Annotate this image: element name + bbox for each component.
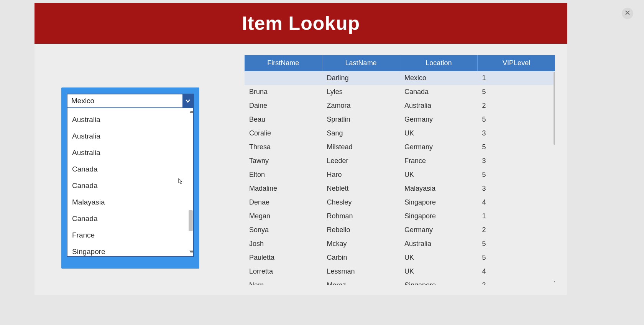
location-dropdown-container: Mexico AustraliaAustraliaAustraliaCanada…: [61, 87, 199, 269]
table-cell: Singapore: [400, 198, 478, 206]
table-cell: 5: [478, 115, 555, 124]
table-cell: Rohman: [322, 212, 400, 220]
table-cell: Coralie: [245, 129, 322, 137]
table-cell: 5: [478, 240, 555, 248]
table-cell: UK: [400, 129, 478, 137]
location-dropdown[interactable]: Mexico: [67, 94, 194, 108]
table-cell: Rebello: [322, 226, 400, 234]
table-cell: 3: [478, 157, 555, 165]
results-table: FirstNameLastNameLocationVIPLevel Darlin…: [245, 55, 555, 285]
table-cell: Sonya: [245, 226, 322, 234]
table-cell: Lyles: [322, 88, 400, 96]
table-cell: Australia: [400, 102, 478, 110]
dropdown-option[interactable]: Canada: [67, 161, 189, 177]
table-cell: Madaline: [245, 185, 322, 193]
table-cell: Chesley: [322, 198, 400, 206]
table-cell: Sang: [322, 129, 400, 137]
table-row[interactable]: ThresaMilsteadGermany5: [245, 140, 555, 154]
dropdown-option[interactable]: Singapore: [67, 243, 189, 257]
dropdown-option[interactable]: Australia: [67, 111, 189, 128]
dropdown-option[interactable]: Australia: [67, 128, 189, 144]
table-cell: Zamora: [322, 102, 400, 110]
table-cell: 3: [478, 129, 555, 137]
table-cell: Haro: [322, 171, 400, 179]
dropdown-option[interactable]: Canada: [67, 177, 189, 194]
table-cell: 2: [478, 226, 555, 234]
table-cell: UK: [400, 267, 478, 276]
dropdown-option[interactable]: Australia: [67, 144, 189, 161]
table-cell: Milstead: [322, 143, 400, 151]
table-cell: Megan: [245, 212, 322, 220]
table-cell: Canada: [400, 88, 478, 96]
table-cell: UK: [400, 171, 478, 179]
dropdown-option[interactable]: France: [67, 227, 189, 243]
table-row[interactable]: DenaeChesleySingapore4: [245, 195, 555, 209]
table-cell: Daine: [245, 102, 322, 110]
table-cell: 3: [478, 185, 555, 193]
table-cell: Spratlin: [322, 115, 400, 124]
table-cell: 5: [478, 88, 555, 96]
dropdown-option[interactable]: Malayasia: [67, 194, 189, 210]
location-dropdown-list[interactable]: AustraliaAustraliaAustraliaCanadaCanadaM…: [67, 108, 194, 257]
table-cell: Mckay: [322, 240, 400, 248]
table-scrollbar[interactable]: [554, 71, 555, 285]
table-cell: 1: [478, 212, 555, 220]
table-cell: Singapore: [400, 212, 478, 220]
table-row[interactable]: LorrettaLessmanUK4: [245, 264, 555, 278]
page-title: Item Lookup: [242, 12, 360, 35]
scrollbar-thumb[interactable]: [554, 72, 555, 145]
table-cell: 1: [478, 74, 555, 82]
table-row[interactable]: TawnyLeederFrance3: [245, 154, 555, 168]
table-cell: Malayasia: [400, 185, 478, 193]
table-cell: 4: [478, 267, 555, 276]
table-cell: Neblett: [322, 185, 400, 193]
table-cell: Elton: [245, 171, 322, 179]
table-cell: Josh: [245, 240, 322, 248]
table-cell: 5: [478, 143, 555, 151]
chevron-down-icon[interactable]: [182, 94, 193, 107]
column-header[interactable]: VIPLevel: [478, 55, 555, 71]
location-dropdown-value: Mexico: [67, 97, 182, 105]
table-cell: 5: [478, 171, 555, 179]
table-row[interactable]: BeauSpratlinGermany5: [245, 112, 555, 126]
table-cell: 2: [478, 102, 555, 110]
title-banner: Item Lookup: [34, 3, 567, 44]
modal-card: Item Lookup Mexico AustraliaAustraliaAus…: [34, 3, 567, 295]
table-row[interactable]: PaulettaCarbinUK5: [245, 251, 555, 264]
table-cell: Beau: [245, 115, 322, 124]
table-row[interactable]: MadalineNeblettMalayasia3: [245, 181, 555, 195]
table-row[interactable]: MeganRohmanSingapore1: [245, 209, 555, 223]
table-cell: Darling: [322, 74, 400, 82]
table-row[interactable]: BrunaLylesCanada5: [245, 85, 555, 99]
table-cell: Tawny: [245, 157, 322, 165]
table-row[interactable]: CoralieSangUK3: [245, 126, 555, 140]
scrollbar-thumb[interactable]: [189, 210, 193, 231]
table-cell: Nam: [245, 281, 322, 285]
table-body: DarlingMexico1BrunaLylesCanada5DaineZamo…: [245, 71, 555, 285]
table-row[interactable]: NamMorazSingapore3: [245, 278, 555, 285]
table-cell: Pauletta: [245, 254, 322, 262]
table-cell: Thresa: [245, 143, 322, 151]
column-header[interactable]: LastName: [322, 55, 400, 71]
table-row[interactable]: DarlingMexico1: [245, 71, 555, 85]
table-row[interactable]: EltonHaroUK5: [245, 168, 555, 181]
table-header: FirstNameLastNameLocationVIPLevel: [245, 55, 555, 71]
table-cell: Leeder: [322, 157, 400, 165]
table-cell: Lorretta: [245, 267, 322, 276]
table-cell: Carbin: [322, 254, 400, 262]
table-cell: Germany: [400, 143, 478, 151]
table-row[interactable]: DaineZamoraAustralia2: [245, 99, 555, 112]
dropdown-option[interactable]: Canada: [67, 210, 189, 227]
table-cell: 5: [478, 254, 555, 262]
dropdown-scrollbar[interactable]: [189, 109, 192, 255]
page-root: Item Lookup Mexico AustraliaAustraliaAus…: [0, 0, 644, 325]
column-header[interactable]: Location: [400, 55, 478, 71]
table-cell: Moraz: [322, 281, 400, 285]
close-button[interactable]: [622, 8, 633, 19]
close-icon: [625, 10, 630, 17]
table-row[interactable]: SonyaRebelloGermany2: [245, 223, 555, 237]
table-row[interactable]: JoshMckayAustralia5: [245, 237, 555, 251]
table-cell: Lessman: [322, 267, 400, 276]
table-cell: Denae: [245, 198, 322, 206]
column-header[interactable]: FirstName: [245, 55, 322, 71]
